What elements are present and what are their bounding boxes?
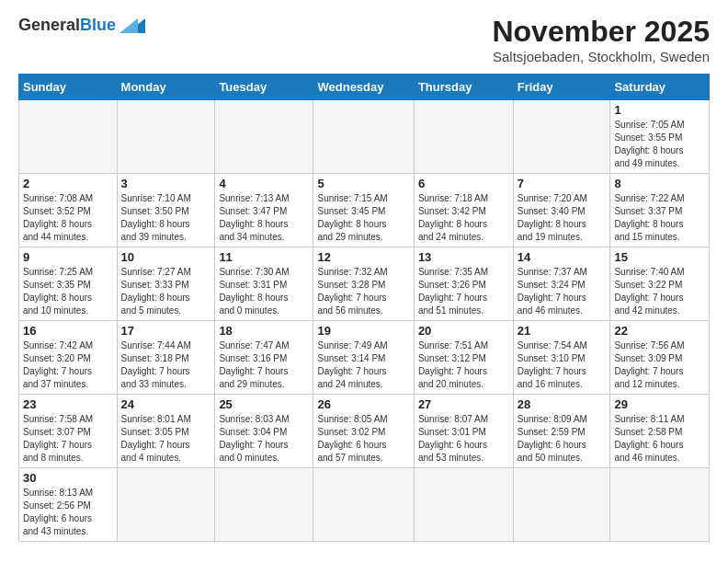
- day-info: Sunrise: 7:25 AM Sunset: 3:35 PM Dayligh…: [23, 266, 113, 317]
- day-number: 23: [23, 397, 113, 411]
- day-number: 18: [219, 324, 309, 338]
- day-number: 7: [518, 177, 607, 190]
- day-info: Sunrise: 7:51 AM Sunset: 3:12 PM Dayligh…: [418, 339, 509, 391]
- logo-text-general: GeneralBlue: [18, 16, 116, 35]
- calendar-day-cell: [215, 468, 313, 542]
- day-info: Sunrise: 7:32 AM Sunset: 3:28 PM Dayligh…: [317, 266, 409, 317]
- calendar-day-cell: 3Sunrise: 7:10 AM Sunset: 3:50 PM Daylig…: [117, 174, 215, 247]
- day-number: 19: [317, 324, 409, 338]
- day-number: 22: [614, 324, 705, 338]
- day-info: Sunrise: 7:27 AM Sunset: 3:33 PM Dayligh…: [121, 266, 211, 317]
- calendar-day-cell: 16Sunrise: 7:42 AM Sunset: 3:20 PM Dayli…: [19, 321, 118, 395]
- calendar-day-cell: 6Sunrise: 7:18 AM Sunset: 3:42 PM Daylig…: [414, 174, 513, 247]
- day-info: Sunrise: 7:30 AM Sunset: 3:31 PM Dayligh…: [219, 266, 309, 317]
- calendar-day-cell: 11Sunrise: 7:30 AM Sunset: 3:31 PM Dayli…: [215, 247, 313, 321]
- day-number: 5: [317, 177, 409, 190]
- day-info: Sunrise: 7:22 AM Sunset: 3:37 PM Dayligh…: [614, 192, 705, 244]
- calendar-week-row: 2Sunrise: 7:08 AM Sunset: 3:52 PM Daylig…: [19, 174, 710, 247]
- calendar-day-cell: [313, 468, 414, 542]
- calendar-day-cell: 17Sunrise: 7:44 AM Sunset: 3:18 PM Dayli…: [117, 321, 215, 395]
- day-of-week-header: Friday: [513, 75, 610, 100]
- day-number: 27: [418, 397, 509, 411]
- calendar-day-cell: 1Sunrise: 7:05 AM Sunset: 3:55 PM Daylig…: [610, 100, 710, 174]
- day-info: Sunrise: 7:13 AM Sunset: 3:47 PM Dayligh…: [219, 192, 309, 244]
- day-info: Sunrise: 7:47 AM Sunset: 3:16 PM Dayligh…: [219, 339, 309, 391]
- day-number: 15: [614, 250, 705, 264]
- calendar-day-cell: 2Sunrise: 7:08 AM Sunset: 3:52 PM Daylig…: [19, 174, 118, 247]
- calendar-week-row: 1Sunrise: 7:05 AM Sunset: 3:55 PM Daylig…: [19, 100, 710, 174]
- calendar-week-row: 23Sunrise: 7:58 AM Sunset: 3:07 PM Dayli…: [19, 395, 710, 468]
- calendar-day-cell: 26Sunrise: 8:05 AM Sunset: 3:02 PM Dayli…: [313, 395, 414, 468]
- day-info: Sunrise: 7:18 AM Sunset: 3:42 PM Dayligh…: [418, 192, 509, 244]
- calendar-day-cell: [215, 100, 313, 174]
- month-title: November 2025: [492, 15, 710, 49]
- day-number: 1: [614, 103, 705, 117]
- day-info: Sunrise: 7:58 AM Sunset: 3:07 PM Dayligh…: [23, 413, 113, 465]
- calendar-day-cell: [610, 468, 710, 542]
- calendar-day-cell: 20Sunrise: 7:51 AM Sunset: 3:12 PM Dayli…: [414, 321, 513, 395]
- day-number: 14: [518, 250, 607, 264]
- calendar-day-cell: 15Sunrise: 7:40 AM Sunset: 3:22 PM Dayli…: [610, 247, 710, 321]
- page: GeneralBlue November 2025 Saltsjoebaden,…: [0, 0, 728, 557]
- calendar-day-cell: [414, 100, 513, 174]
- calendar-day-cell: 10Sunrise: 7:27 AM Sunset: 3:33 PM Dayli…: [117, 247, 215, 321]
- day-info: Sunrise: 7:49 AM Sunset: 3:14 PM Dayligh…: [317, 339, 409, 391]
- header: GeneralBlue November 2025 Saltsjoebaden,…: [18, 15, 710, 64]
- day-number: 16: [23, 324, 113, 338]
- calendar-day-cell: 21Sunrise: 7:54 AM Sunset: 3:10 PM Dayli…: [513, 321, 610, 395]
- day-of-week-header: Sunday: [19, 75, 118, 100]
- calendar-day-cell: 18Sunrise: 7:47 AM Sunset: 3:16 PM Dayli…: [215, 321, 313, 395]
- svg-marker-1: [119, 18, 138, 33]
- day-number: 20: [418, 324, 509, 338]
- day-number: 6: [418, 177, 509, 190]
- day-number: 10: [121, 250, 211, 264]
- day-info: Sunrise: 7:05 AM Sunset: 3:55 PM Dayligh…: [614, 119, 705, 170]
- day-number: 17: [121, 324, 211, 338]
- day-info: Sunrise: 7:20 AM Sunset: 3:40 PM Dayligh…: [518, 192, 607, 244]
- day-of-week-header: Tuesday: [215, 75, 313, 100]
- day-info: Sunrise: 8:05 AM Sunset: 3:02 PM Dayligh…: [317, 413, 409, 465]
- calendar-day-cell: 8Sunrise: 7:22 AM Sunset: 3:37 PM Daylig…: [610, 174, 710, 247]
- calendar-day-cell: 12Sunrise: 7:32 AM Sunset: 3:28 PM Dayli…: [313, 247, 414, 321]
- calendar-week-row: 9Sunrise: 7:25 AM Sunset: 3:35 PM Daylig…: [19, 247, 710, 321]
- logo: GeneralBlue: [18, 15, 149, 35]
- calendar-day-cell: 23Sunrise: 7:58 AM Sunset: 3:07 PM Dayli…: [19, 395, 118, 468]
- day-number: 9: [23, 250, 113, 264]
- logo-icon: [119, 15, 149, 35]
- day-number: 4: [219, 177, 309, 190]
- day-info: Sunrise: 8:11 AM Sunset: 2:58 PM Dayligh…: [614, 413, 705, 465]
- calendar-week-row: 16Sunrise: 7:42 AM Sunset: 3:20 PM Dayli…: [19, 321, 710, 395]
- location: Saltsjoebaden, Stockholm, Sweden: [492, 49, 710, 64]
- day-number: 3: [121, 177, 211, 190]
- calendar-day-cell: 27Sunrise: 8:07 AM Sunset: 3:01 PM Dayli…: [414, 395, 513, 468]
- calendar-day-cell: 29Sunrise: 8:11 AM Sunset: 2:58 PM Dayli…: [610, 395, 710, 468]
- calendar-day-cell: 30Sunrise: 8:13 AM Sunset: 2:56 PM Dayli…: [19, 468, 118, 542]
- calendar-header-row: SundayMondayTuesdayWednesdayThursdayFrid…: [19, 75, 710, 100]
- day-info: Sunrise: 8:09 AM Sunset: 2:59 PM Dayligh…: [518, 413, 607, 465]
- day-number: 8: [614, 177, 705, 190]
- calendar-day-cell: 28Sunrise: 8:09 AM Sunset: 2:59 PM Dayli…: [513, 395, 610, 468]
- calendar: SundayMondayTuesdayWednesdayThursdayFrid…: [18, 74, 710, 542]
- calendar-day-cell: [513, 100, 610, 174]
- day-info: Sunrise: 8:13 AM Sunset: 2:56 PM Dayligh…: [23, 487, 113, 538]
- day-info: Sunrise: 7:15 AM Sunset: 3:45 PM Dayligh…: [317, 192, 409, 244]
- calendar-day-cell: [117, 468, 215, 542]
- day-number: 29: [614, 397, 705, 411]
- day-number: 21: [518, 324, 607, 338]
- day-number: 11: [219, 250, 309, 264]
- calendar-day-cell: 25Sunrise: 8:03 AM Sunset: 3:04 PM Dayli…: [215, 395, 313, 468]
- calendar-day-cell: [313, 100, 414, 174]
- day-info: Sunrise: 8:01 AM Sunset: 3:05 PM Dayligh…: [121, 413, 211, 465]
- day-info: Sunrise: 7:35 AM Sunset: 3:26 PM Dayligh…: [418, 266, 509, 317]
- day-number: 30: [23, 471, 113, 485]
- calendar-day-cell: [414, 468, 513, 542]
- calendar-day-cell: 22Sunrise: 7:56 AM Sunset: 3:09 PM Dayli…: [610, 321, 710, 395]
- calendar-day-cell: [19, 100, 118, 174]
- calendar-day-cell: 9Sunrise: 7:25 AM Sunset: 3:35 PM Daylig…: [19, 247, 118, 321]
- calendar-day-cell: [513, 468, 610, 542]
- title-block: November 2025 Saltsjoebaden, Stockholm, …: [492, 15, 710, 64]
- day-of-week-header: Wednesday: [313, 75, 414, 100]
- day-number: 13: [418, 250, 509, 264]
- calendar-day-cell: 19Sunrise: 7:49 AM Sunset: 3:14 PM Dayli…: [313, 321, 414, 395]
- day-info: Sunrise: 7:40 AM Sunset: 3:22 PM Dayligh…: [614, 266, 705, 317]
